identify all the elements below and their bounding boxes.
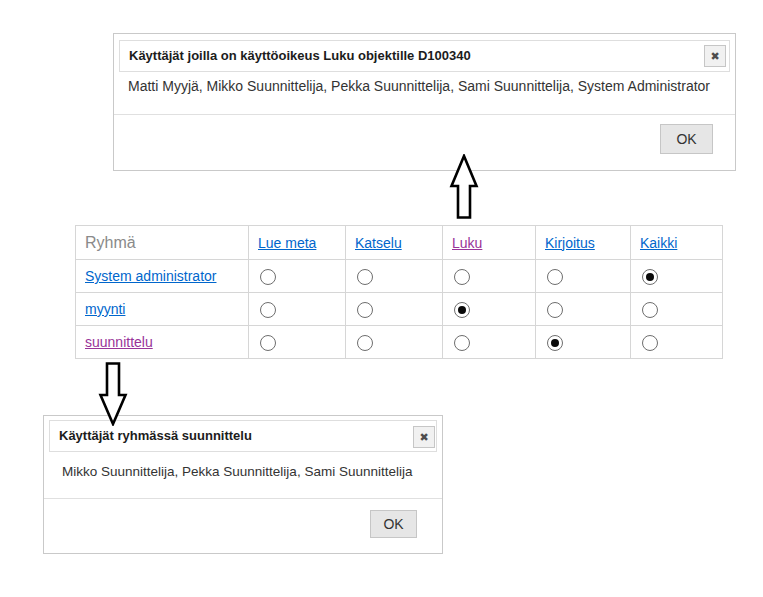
radio-myynti-katselu[interactable] bbox=[357, 302, 373, 318]
column-header-link-katselu[interactable]: Katselu bbox=[355, 235, 402, 251]
table-row: suunnittelu bbox=[76, 326, 723, 359]
column-header-link-luku[interactable]: Luku bbox=[452, 235, 482, 251]
dialog-separator bbox=[44, 498, 442, 499]
radio-suunnittelu-kaikki[interactable] bbox=[642, 335, 658, 351]
ok-button[interactable]: OK bbox=[370, 510, 417, 538]
close-button[interactable]: ✖ bbox=[413, 426, 435, 448]
close-icon: ✖ bbox=[419, 432, 428, 443]
radio-system-administrator-kaikki[interactable] bbox=[642, 269, 658, 285]
radio-myynti-lue-meta[interactable] bbox=[260, 302, 276, 318]
radio-myynti-kirjoitus[interactable] bbox=[547, 302, 563, 318]
arrow-down-icon bbox=[98, 362, 128, 426]
table-row: myynti bbox=[76, 293, 723, 326]
column-header-ryhma: Ryhmä bbox=[85, 234, 136, 251]
group-link-myynti[interactable]: myynti bbox=[85, 301, 125, 317]
dialog-separator bbox=[114, 114, 735, 115]
dialog-luku-users: Käyttäjät joilla on käyttöoikeus Luku ob… bbox=[113, 33, 736, 171]
close-button[interactable]: ✖ bbox=[704, 45, 726, 67]
table-header-row: Ryhmä Lue meta Katselu Luku Kirjoitus Ka… bbox=[76, 226, 723, 260]
radio-myynti-kaikki[interactable] bbox=[642, 302, 658, 318]
radio-suunnittelu-kirjoitus[interactable] bbox=[547, 335, 563, 351]
radio-system-administrator-luku[interactable] bbox=[454, 269, 470, 285]
dialog-user-list: Mikko Suunnittelija, Pekka Suunnittelija… bbox=[62, 464, 412, 479]
close-icon: ✖ bbox=[710, 51, 719, 62]
dialog-title: Käyttäjät joilla on käyttöoikeus Luku ob… bbox=[129, 41, 695, 71]
arrow-up-icon bbox=[449, 154, 479, 220]
radio-system-administrator-katselu[interactable] bbox=[357, 269, 373, 285]
column-header-link-kirjoitus[interactable]: Kirjoitus bbox=[545, 235, 595, 251]
permissions-table: Ryhmä Lue meta Katselu Luku Kirjoitus Ka… bbox=[75, 225, 723, 359]
radio-suunnittelu-lue-meta[interactable] bbox=[260, 335, 276, 351]
dialog-titlebar: Käyttäjät joilla on käyttöoikeus Luku ob… bbox=[119, 40, 730, 72]
column-header-link-lue-meta[interactable]: Lue meta bbox=[258, 235, 316, 251]
group-link-suunnittelu[interactable]: suunnittelu bbox=[85, 334, 153, 350]
group-link-system-administrator[interactable]: System administrator bbox=[85, 268, 216, 284]
radio-system-administrator-lue-meta[interactable] bbox=[260, 269, 276, 285]
dialog-group-suunnittelu-users: Käyttäjät ryhmässä suunnittelu ✖ Mikko S… bbox=[43, 415, 443, 554]
table-row: System administrator bbox=[76, 260, 723, 293]
dialog-user-list: Matti Myyjä, Mikko Suunnittelija, Pekka … bbox=[128, 78, 710, 94]
column-header-link-kaikki[interactable]: Kaikki bbox=[640, 235, 677, 251]
radio-myynti-luku[interactable] bbox=[454, 302, 470, 318]
radio-suunnittelu-katselu[interactable] bbox=[357, 335, 373, 351]
ok-button[interactable]: OK bbox=[660, 124, 713, 154]
radio-suunnittelu-luku[interactable] bbox=[454, 335, 470, 351]
page-canvas: Käyttäjät joilla on käyttöoikeus Luku ob… bbox=[0, 0, 763, 597]
radio-system-administrator-kirjoitus[interactable] bbox=[547, 269, 563, 285]
